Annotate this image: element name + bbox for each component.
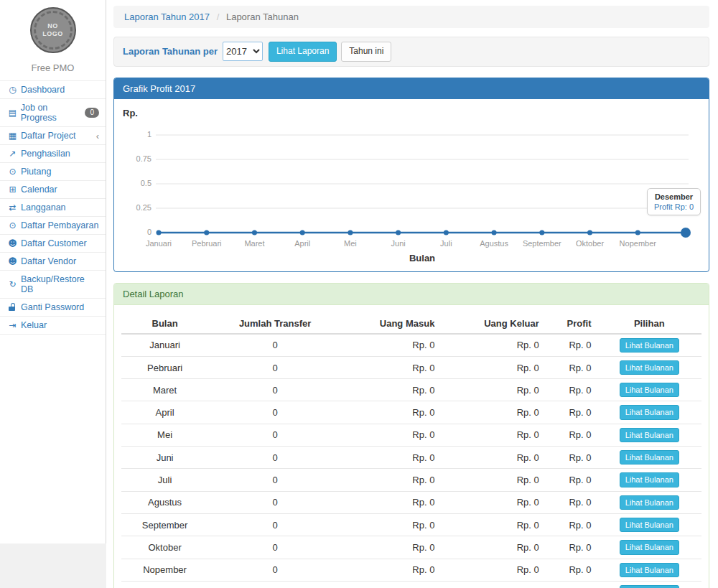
cell-masuk: Rp. 0 bbox=[342, 424, 440, 446]
view-monthly-button-mei[interactable]: Lihat Bulanan bbox=[620, 428, 679, 442]
cell-bulan: September bbox=[121, 513, 208, 536]
table-row-juni: Juni0Rp. 0Rp. 0Rp. 0Lihat Bulanan bbox=[121, 447, 701, 469]
svg-text:September: September bbox=[523, 239, 561, 248]
this-year-button[interactable]: Tahun ini bbox=[341, 42, 391, 62]
sidebar: NO LOGO Free PMO ◷Dashboard▤Job on Progr… bbox=[0, 0, 106, 543]
cell-profit: Rp. 0 bbox=[545, 491, 597, 513]
sidebar-item-langganan[interactable]: ⇄Langganan bbox=[0, 198, 106, 216]
sidebar-item-keluar[interactable]: ⇥Keluar bbox=[0, 316, 106, 335]
col-uang-masuk: Uang Masuk bbox=[342, 314, 440, 334]
cell-jumlah: 0 bbox=[208, 401, 342, 424]
sidebar-item-daftar-customer[interactable]: ☻Daftar Customer bbox=[0, 234, 106, 252]
sidebar-item-label: Penghasilan bbox=[21, 149, 70, 159]
sidebar-item-label: Langganan bbox=[21, 202, 66, 213]
sidebar-item-label: Keluar bbox=[21, 320, 47, 330]
cell-bulan: Agustus bbox=[121, 491, 208, 513]
sidebar-item-calendar[interactable]: ⊞Calendar bbox=[0, 180, 106, 198]
cell-profit: Rp. 0 bbox=[545, 559, 597, 581]
sidebar-item-label: Backup/Restore DB bbox=[21, 274, 99, 294]
cell-pilihan: Lihat Bulanan bbox=[597, 356, 701, 378]
sidebar-nav: ◷Dashboard▤Job on Progress0▦Daftar Proje… bbox=[0, 80, 106, 335]
view-monthly-button-nopember[interactable]: Lihat Bulanan bbox=[620, 563, 679, 577]
table-header-row: BulanJumlah TransferUang MasukUang Kelua… bbox=[121, 314, 701, 334]
retweet-icon: ⇄ bbox=[6, 202, 19, 213]
line-chart-icon: ↗ bbox=[6, 149, 19, 159]
cell-bulan: Juni bbox=[121, 447, 208, 469]
sidebar-item-ganti-password[interactable]: Ganti Password bbox=[0, 298, 106, 316]
cell-pilihan: Lihat Bulanan bbox=[597, 536, 701, 559]
cell-jumlah: 0 bbox=[208, 356, 342, 378]
cell-pilihan: Lihat Bulanan bbox=[597, 424, 701, 446]
sidebar-item-label: Job on Progress bbox=[21, 103, 85, 123]
cell-masuk: Rp. 0 bbox=[342, 356, 440, 378]
chart-panel-title: Grafik Profit 2017 bbox=[114, 78, 709, 99]
cell-keluar: Rp. 0 bbox=[440, 401, 544, 424]
cell-pilihan: Lihat Bulanan bbox=[597, 559, 701, 581]
svg-text:Januari: Januari bbox=[146, 239, 172, 248]
sidebar-item-piutang[interactable]: ⊙Piutang bbox=[0, 162, 106, 180]
svg-text:Mei: Mei bbox=[344, 239, 357, 248]
cell-pilihan: Lihat Bulanan bbox=[597, 379, 701, 401]
sidebar-item-job-on-progress[interactable]: ▤Job on Progress0 bbox=[0, 98, 106, 126]
report-table: BulanJumlah TransferUang MasukUang Kelua… bbox=[121, 314, 701, 588]
cell-jumlah: 0 bbox=[208, 581, 342, 588]
cell-profit: Rp. 0 bbox=[545, 401, 597, 424]
breadcrumb-link[interactable]: Laporan Tahun 2017 bbox=[124, 11, 210, 22]
view-monthly-button-pebruari[interactable]: Lihat Bulanan bbox=[620, 360, 679, 375]
view-monthly-button-oktober[interactable]: Lihat Bulanan bbox=[620, 540, 679, 554]
cell-jumlah: 0 bbox=[208, 491, 342, 513]
tooltip-profit: Profit Rp: 0 bbox=[654, 202, 694, 211]
view-monthly-button-januari[interactable]: Lihat Bulanan bbox=[620, 338, 679, 353]
chart-body: Rp.10.750.50.250JanuariPebruariMaretApri… bbox=[114, 99, 709, 271]
sidebar-item-label: Piutang bbox=[21, 167, 51, 177]
cell-bulan: Pebruari bbox=[121, 356, 208, 378]
tooltip-month: Desember bbox=[654, 192, 694, 201]
sidebar-item-label: Dashboard bbox=[21, 85, 65, 95]
table-row-mei: Mei0Rp. 0Rp. 0Rp. 0Lihat Bulanan bbox=[121, 424, 701, 446]
view-monthly-button-desember[interactable]: Lihat Bulanan bbox=[620, 585, 679, 588]
view-report-button[interactable]: Lihat Laporan bbox=[269, 42, 337, 62]
cell-profit: Rp. 0 bbox=[545, 447, 597, 469]
svg-text:Juni: Juni bbox=[391, 239, 406, 248]
svg-text:Bulan: Bulan bbox=[409, 253, 435, 263]
view-monthly-button-juli[interactable]: Lihat Bulanan bbox=[620, 472, 679, 487]
sidebar-item-daftar-pembayaran[interactable]: ⊙Daftar Pembayaran bbox=[0, 216, 106, 234]
view-monthly-button-september[interactable]: Lihat Bulanan bbox=[620, 518, 679, 532]
cell-jumlah: 0 bbox=[208, 424, 342, 446]
cell-profit: Rp. 0 bbox=[545, 379, 597, 401]
sidebar-item-daftar-project[interactable]: ▦Daftar Project‹ bbox=[0, 126, 106, 144]
tasks-icon: ▤ bbox=[6, 108, 19, 118]
cell-profit: Rp. 0 bbox=[545, 424, 597, 446]
cell-masuk: Rp. 0 bbox=[342, 536, 440, 559]
cell-jumlah: 0 bbox=[208, 559, 342, 581]
view-monthly-button-maret[interactable]: Lihat Bulanan bbox=[620, 383, 679, 397]
cell-profit: Rp. 0 bbox=[545, 581, 597, 588]
cell-masuk: Rp. 0 bbox=[342, 379, 440, 401]
table-row-maret: Maret0Rp. 0Rp. 0Rp. 0Lihat Bulanan bbox=[121, 379, 701, 401]
cell-pilihan: Lihat Bulanan bbox=[597, 469, 701, 491]
sidebar-item-daftar-vendor[interactable]: ☻Daftar Vendor bbox=[0, 252, 106, 270]
dashboard-icon: ◷ bbox=[6, 85, 19, 95]
sidebar-item-dashboard[interactable]: ◷Dashboard bbox=[0, 80, 106, 98]
lock-icon bbox=[6, 302, 19, 312]
view-monthly-button-agustus[interactable]: Lihat Bulanan bbox=[620, 495, 679, 510]
sidebar-item-penghasilan[interactable]: ↗Penghasilan bbox=[0, 144, 106, 162]
cell-profit: Rp. 0 bbox=[545, 469, 597, 491]
year-select[interactable]: 2017 bbox=[223, 42, 263, 61]
profit-chart-panel: Grafik Profit 2017 Rp.10.750.50.250Janua… bbox=[113, 78, 709, 272]
cell-keluar: Rp. 0 bbox=[440, 356, 544, 378]
filter-label: Laporan Tahunan per bbox=[123, 46, 218, 57]
cell-jumlah: 0 bbox=[208, 469, 342, 491]
cell-masuk: Rp. 0 bbox=[342, 491, 440, 513]
svg-text:0.75: 0.75 bbox=[136, 154, 151, 163]
svg-text:0: 0 bbox=[147, 228, 151, 236]
cell-jumlah: 0 bbox=[208, 536, 342, 559]
view-monthly-button-april[interactable]: Lihat Bulanan bbox=[620, 405, 679, 419]
sidebar-item-backup-restore-db[interactable]: ↻Backup/Restore DB bbox=[0, 270, 106, 298]
cell-pilihan: Lihat Bulanan bbox=[597, 401, 701, 424]
chart-tooltip: Desember Profit Rp: 0 bbox=[647, 188, 701, 215]
cell-pilihan: Lihat Bulanan bbox=[597, 447, 701, 469]
view-monthly-button-juni[interactable]: Lihat Bulanan bbox=[620, 450, 679, 465]
table-row-oktober: Oktober0Rp. 0Rp. 0Rp. 0Lihat Bulanan bbox=[121, 536, 701, 559]
table-row-juli: Juli0Rp. 0Rp. 0Rp. 0Lihat Bulanan bbox=[121, 469, 701, 491]
